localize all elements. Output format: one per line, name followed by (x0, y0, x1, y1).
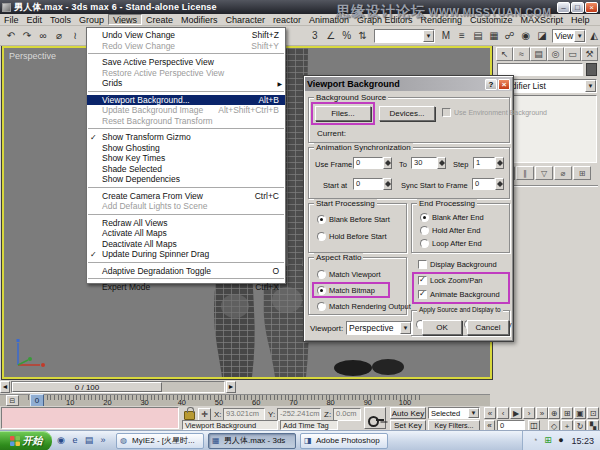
views-menu-item[interactable]: Grids▶ (87, 78, 285, 89)
menubar-item-reactor[interactable]: reactor (269, 14, 305, 25)
match-rendering-output-radio[interactable]: Match Rendering Output (317, 302, 411, 311)
match-bitmap-radio[interactable]: Match Bitmap (317, 286, 375, 295)
auto-key-button[interactable]: Auto Key (390, 407, 426, 419)
menubar-item-graph-editors[interactable]: Graph Editors (353, 14, 417, 25)
cancel-button[interactable]: Cancel (467, 320, 509, 335)
taskbar-task[interactable]: ▦男人体.max - 3ds (208, 433, 296, 449)
align-icon[interactable]: ≡ (455, 28, 469, 43)
views-menu-item[interactable]: Activate All Maps (87, 228, 285, 239)
minimize-button[interactable]: – (557, 2, 570, 13)
object-color-swatch[interactable] (586, 63, 597, 76)
dialog-close-button[interactable]: × (498, 79, 510, 90)
remove-modifier-icon[interactable]: ⌀ (554, 166, 572, 180)
menubar-item-tools[interactable]: Tools (46, 14, 75, 25)
blank-after-end-radio[interactable]: Blank After End (420, 213, 484, 222)
mirror-icon[interactable]: M (439, 28, 453, 43)
zoom-extents-all-icon[interactable]: ⊡ (587, 407, 599, 419)
views-menu-item[interactable]: Expert ModeCtrl+X (87, 282, 285, 293)
trackbar-range-handle[interactable]: 0 / 100 (12, 382, 162, 392)
media-player-icon[interactable]: ◉ (55, 434, 67, 447)
selection-lock-icon[interactable] (184, 411, 195, 420)
spinner-snap-icon[interactable]: ⇅ (356, 28, 370, 43)
menubar-item-rendering[interactable]: Rendering (417, 14, 467, 25)
views-menu-item[interactable]: Show Key Times (87, 153, 285, 164)
sync-start-spinner[interactable] (495, 178, 504, 190)
menubar-item-views[interactable]: Views (108, 14, 142, 25)
start-at-field[interactable]: 0 (353, 178, 383, 190)
schematic-view-icon[interactable]: ☍ (503, 28, 517, 43)
devices-button[interactable]: Devices... (379, 106, 435, 121)
unlink-selection-icon[interactable]: ⌀ (52, 28, 66, 43)
quick-launch-chevron-icon[interactable]: » (97, 434, 109, 447)
chevron-down-icon[interactable]: ▼ (400, 322, 411, 334)
animate-background-checkbox[interactable]: Animate Background (418, 290, 500, 299)
modify-tab-icon[interactable]: ≈ (513, 47, 530, 61)
menubar-item-maxscript[interactable]: MAXScript (517, 14, 568, 25)
use-frame-field[interactable]: 0 (353, 157, 383, 169)
trackbar-right-arrow[interactable]: ► (226, 381, 236, 393)
menubar-item-animation[interactable]: Animation (305, 14, 353, 25)
menubar-item-edit[interactable]: Edit (23, 14, 47, 25)
views-menu-item[interactable]: Save Active Perspective View (87, 57, 285, 68)
menubar-item-modifiers[interactable]: Modifiers (177, 14, 222, 25)
configure-modifier-sets-icon[interactable]: ⊞ (573, 166, 591, 180)
views-menu-item[interactable]: Show Dependencies (87, 174, 285, 185)
zoom-extents-icon[interactable]: ▣ (574, 407, 586, 419)
chevron-down-icon[interactable]: ▼ (574, 30, 585, 42)
blank-before-start-radio[interactable]: Blank Before Start (317, 215, 390, 224)
display-background-checkbox[interactable]: Display Background (418, 260, 497, 269)
menubar-item-create[interactable]: Create (142, 14, 177, 25)
layer-manager-icon[interactable]: ▤ (471, 28, 485, 43)
viewport-label[interactable]: Perspective (9, 51, 56, 61)
views-menu-item[interactable]: Adaptive Degradation ToggleO (87, 266, 285, 277)
step-field[interactable]: 1 (473, 157, 495, 169)
ok-button[interactable]: OK (422, 320, 462, 335)
tray-qq-icon[interactable]: ● (555, 435, 566, 446)
views-menu-item[interactable]: ✓Update During Spinner Drag (87, 249, 285, 260)
zoom-all-icon[interactable]: ⊞ (561, 407, 573, 419)
views-menu-item[interactable]: Redraw All Views (87, 218, 285, 229)
close-button[interactable]: × (585, 2, 598, 13)
menubar-item-group[interactable]: Group (75, 14, 108, 25)
material-editor-icon[interactable]: ◉ (519, 28, 533, 43)
start-at-spinner[interactable] (383, 178, 392, 190)
lock-zoom-pan-checkbox[interactable]: Lock Zoom/Pan (418, 276, 483, 285)
views-menu-item[interactable]: ✓Show Transform Gizmo (87, 132, 285, 143)
taskbar-task[interactable]: ◍MyIE2 - [火星时... (116, 433, 204, 449)
views-menu-item[interactable]: Deactivate All Maps (87, 239, 285, 250)
menubar-item-help[interactable]: Help (567, 14, 594, 25)
maximize-button[interactable]: □ (571, 2, 584, 13)
show-end-result-icon[interactable]: ∥ (516, 166, 534, 180)
chevron-down-icon[interactable]: ▼ (423, 30, 434, 42)
chevron-down-icon[interactable]: ▼ (468, 408, 479, 418)
sync-start-field[interactable]: 0 (472, 178, 495, 190)
angle-snap-icon[interactable]: ∠ (324, 28, 338, 43)
select-and-link-icon[interactable]: ∞ (36, 28, 50, 43)
loop-after-end-radio[interactable]: Loop After End (420, 239, 482, 248)
selected-dropdown[interactable]: Selected ▼ (428, 407, 480, 419)
trackbar-track[interactable]: 0 / 100 (11, 381, 225, 393)
taskbar-task[interactable]: ◨Adobe Photoshop (300, 433, 388, 449)
set-keys-key-icon[interactable] (364, 407, 386, 429)
hold-after-end-radio[interactable]: Hold After End (420, 226, 480, 235)
render-quick-icon[interactable]: ◭ (589, 28, 599, 43)
trackbar-left-arrow[interactable]: ◄ (0, 381, 10, 393)
render-scene-icon[interactable]: ◪ (535, 28, 549, 43)
views-menu-item[interactable]: Create Camera From ViewCtrl+C (87, 191, 285, 202)
next-frame-icon[interactable]: › (523, 407, 535, 419)
go-to-end-icon[interactable]: » (536, 407, 548, 419)
ie-icon[interactable]: e (69, 434, 81, 447)
show-desktop-icon[interactable]: ▤ (83, 434, 95, 447)
dialog-viewport-dropdown[interactable]: Perspective ▼ (346, 321, 412, 335)
tray-volume-icon[interactable]: ◔ (529, 435, 540, 446)
curve-editor-icon[interactable]: ▦ (487, 28, 501, 43)
display-tab-icon[interactable]: ▭ (564, 47, 581, 61)
views-menu-item[interactable]: Show Ghosting (87, 143, 285, 154)
step-spinner[interactable] (495, 157, 504, 169)
utilities-tab-icon[interactable]: ⚒ (581, 47, 598, 61)
ruler[interactable]: ⊟ 0 102030405060708090100 (0, 394, 490, 406)
view-dropdown[interactable]: View ▼ (552, 29, 586, 43)
to-field[interactable]: 30 (411, 157, 437, 169)
motion-tab-icon[interactable]: ◎ (547, 47, 564, 61)
to-spinner[interactable] (437, 157, 446, 169)
